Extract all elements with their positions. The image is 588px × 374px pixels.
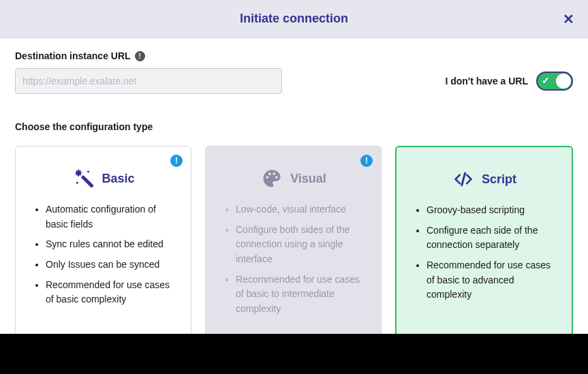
list-item: Only Issues can be synced xyxy=(46,258,179,272)
palette-icon xyxy=(260,167,283,190)
list-item: Recommended for use cases of basic to in… xyxy=(236,272,369,317)
list-item: Sync rules cannot be edited xyxy=(46,237,179,252)
modal-body: Destination instance URL ! I don't have … xyxy=(0,38,588,334)
config-cards-row: ! Basic Automatic configuration of basic… xyxy=(15,146,573,334)
no-url-label: I don't have a URL xyxy=(445,76,528,87)
modal-header: Initiate connection ✕ xyxy=(0,0,588,38)
no-url-toggle[interactable]: ✓ xyxy=(536,72,573,91)
list-item: Configure both sides of the connection u… xyxy=(236,223,369,267)
modal-title: Initiate connection xyxy=(240,12,348,26)
card-features-script: Groovy-based scripting Configure each si… xyxy=(409,203,559,302)
card-features-basic: Automatic configuration of basic fields … xyxy=(28,202,179,307)
info-icon[interactable]: ! xyxy=(135,51,145,61)
svg-rect-3 xyxy=(461,172,466,186)
close-button[interactable]: ✕ xyxy=(563,12,574,26)
list-item: Low-code, visual interface xyxy=(236,202,369,217)
card-title-script: Script xyxy=(482,172,516,187)
alert-icon[interactable]: ! xyxy=(360,155,373,167)
no-url-group: I don't have a URL ✓ xyxy=(445,72,573,91)
toggle-knob xyxy=(556,74,571,89)
wand-icon xyxy=(72,167,95,190)
code-icon xyxy=(452,168,475,191)
list-item: Recommended for use cases of basic to ad… xyxy=(427,258,559,302)
svg-point-1 xyxy=(76,182,78,184)
card-title-basic: Basic xyxy=(102,172,134,186)
config-type-label: Choose the configuration type xyxy=(15,121,573,132)
list-item: Configure each side of the connection se… xyxy=(427,223,559,253)
card-header-script: Script xyxy=(409,168,559,191)
url-field-label: Destination instance URL xyxy=(15,50,131,61)
destination-url-input[interactable] xyxy=(15,68,282,94)
url-row: I don't have a URL ✓ xyxy=(15,68,573,94)
list-item: Recommended for use cases of basic compl… xyxy=(46,278,179,307)
initiate-connection-modal: Initiate connection ✕ Destination instan… xyxy=(0,0,588,334)
config-card-script[interactable]: Script Groovy-based scripting Configure … xyxy=(395,146,573,334)
card-header-visual: Visual xyxy=(218,167,369,190)
card-features-visual: Low-code, visual interface Configure bot… xyxy=(218,202,369,317)
card-header-basic: Basic xyxy=(28,167,179,190)
close-icon: ✕ xyxy=(563,12,574,27)
list-item: Groovy-based scripting xyxy=(427,203,559,218)
list-item: Automatic configuration of basic fields xyxy=(46,202,179,232)
card-title-visual: Visual xyxy=(290,172,326,186)
svg-point-2 xyxy=(87,171,89,173)
config-card-basic[interactable]: ! Basic Automatic configuration of basic… xyxy=(15,146,191,334)
alert-icon[interactable]: ! xyxy=(170,155,183,167)
check-icon: ✓ xyxy=(542,75,550,86)
svg-rect-0 xyxy=(81,175,94,188)
url-label-row: Destination instance URL ! xyxy=(15,50,573,61)
config-card-visual: ! Visual Low-code, visual interface Conf… xyxy=(205,146,382,334)
